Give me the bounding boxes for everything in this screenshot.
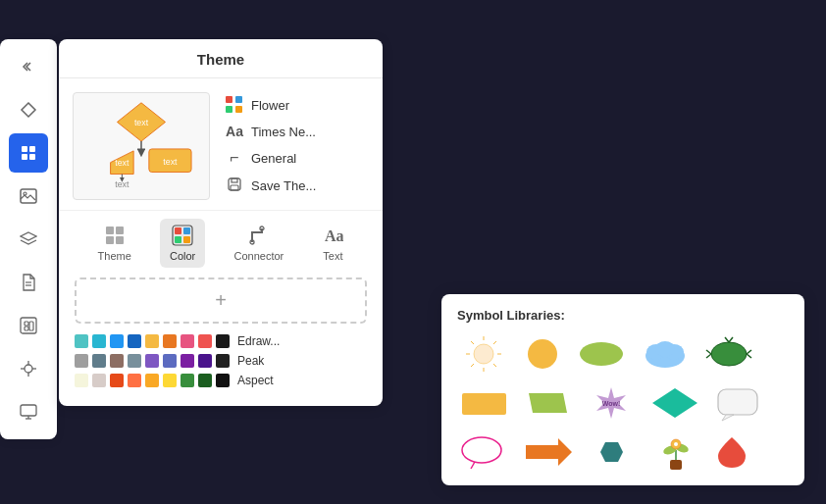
theme-options: Flower Aa Times Ne... ⌐ General [226,92,316,195]
svg-line-64 [725,337,729,342]
peak-swatch-4[interactable] [128,354,141,368]
toolbar-color-label: Color [170,250,195,262]
add-color-button[interactable]: + [75,277,367,324]
sidebar-file-btn[interactable] [9,263,48,302]
aspect-swatch-1[interactable] [75,374,88,387]
symbol-row-2: Wow! [457,383,789,423]
toolbar-connector[interactable]: Connector [224,219,293,268]
sidebar-layout-btn[interactable] [9,306,48,345]
sidebar-image-btn[interactable] [9,176,48,216]
toolbar-color[interactable]: Color [160,219,205,268]
arrow-orange-symbol[interactable] [521,432,575,472]
swatch-9[interactable] [216,334,230,348]
sidebar-monitor-btn[interactable] [9,392,48,431]
cloud-symbol[interactable] [639,334,693,374]
toolbar-connector-label: Connector [233,250,284,262]
peak-swatch-7[interactable] [181,354,194,368]
sidebar-layers-btn[interactable] [9,220,48,259]
peak-swatch-5[interactable] [145,354,159,368]
sidebar-grid-btn[interactable] [9,133,48,173]
svg-rect-32 [106,227,114,234]
speech-bubble-symbol[interactable] [712,383,766,423]
edraw-label: Edraw... [237,334,280,348]
sidebar-crosshair-btn[interactable] [9,349,48,388]
swatch-3[interactable] [110,334,124,348]
chevrons-left-icon [21,59,36,75]
svg-line-61 [706,354,711,358]
swatch-2[interactable] [92,334,106,348]
svg-rect-10 [25,327,28,330]
diagram-preview: text text text text [73,92,210,200]
ellipse-symbol[interactable] [575,334,629,374]
svg-line-74 [471,462,475,469]
organic-symbol[interactable] [702,334,756,374]
aspect-swatch-7[interactable] [181,374,194,387]
plant-symbol[interactable] [648,432,702,472]
aspect-swatch-2[interactable] [92,374,106,387]
parallelogram-symbol[interactable] [521,383,575,423]
sidebar-diamond-btn[interactable] [9,90,48,129]
sidebar-collapse-btn[interactable] [9,47,48,86]
aspect-swatch-3[interactable] [110,374,124,387]
aspect-swatch-5[interactable] [145,374,159,387]
add-button-row: + [59,272,383,331]
toolbar-theme-label: Theme [98,250,131,262]
aspect-swatch-6[interactable] [163,374,177,387]
swatch-5[interactable] [145,334,159,348]
circle-symbol[interactable] [521,334,565,374]
starburst-wow-symbol[interactable]: Wow! [585,383,639,423]
svg-line-49 [471,341,474,344]
peak-swatch-1[interactable] [75,354,88,368]
svg-marker-67 [529,393,567,413]
aspect-swatch-8[interactable] [198,374,212,387]
aspect-swatch-9[interactable] [216,374,230,387]
general-option[interactable]: ⌐ General [226,149,316,167]
text-toolbar-icon: Aa [322,225,343,246]
svg-rect-33 [116,227,124,234]
svg-marker-70 [652,388,697,418]
swatch-7[interactable] [181,334,194,348]
aspect-label: Aspect [237,374,274,387]
color-row-peak: Peak [59,351,383,371]
peak-swatch-3[interactable] [110,354,124,368]
pink-bubble-symbol[interactable] [457,432,511,472]
svg-rect-39 [175,236,181,243]
svg-rect-17 [21,405,36,416]
peak-swatch-9[interactable] [216,354,230,368]
flower-option[interactable]: Flower [226,96,316,114]
theme-preview-area: text text text text [59,78,383,210]
times-label: Times Ne... [251,125,316,139]
times-option[interactable]: Aa Times Ne... [226,124,316,139]
swatch-4[interactable] [128,334,141,348]
svg-text:text: text [115,158,129,168]
peak-swatch-6[interactable] [163,354,177,368]
peak-swatch-2[interactable] [92,354,106,368]
teardrop-symbol[interactable] [712,432,751,472]
save-theme-option[interactable]: Save The... [226,176,316,195]
svg-point-5 [24,192,26,195]
grid-icon [20,144,37,162]
rectangle-symbol[interactable] [457,383,511,423]
swatch-1[interactable] [75,334,88,348]
svg-line-50 [493,341,496,344]
toolbar-text[interactable]: Aa Text [312,219,353,268]
diamond-teal-symbol[interactable] [648,383,702,423]
peak-swatch-8[interactable] [198,354,212,368]
svg-rect-9 [25,322,28,326]
hexagon-symbol[interactable] [585,432,639,472]
svg-line-51 [471,364,474,367]
svg-point-59 [711,342,747,366]
symbol-panel: Symbol Libraries: [441,294,804,485]
svg-rect-0 [22,146,27,152]
swatch-8[interactable] [198,334,212,348]
swatch-6[interactable] [163,334,177,348]
aspect-swatch-4[interactable] [128,374,141,387]
svg-line-62 [747,350,751,354]
symbol-panel-title: Symbol Libraries: [457,308,789,323]
svg-rect-3 [29,154,35,160]
symbol-grid: Wow! [457,334,789,472]
color-toolbar-icon [172,225,193,246]
svg-rect-31 [231,185,238,190]
toolbar-theme[interactable]: Theme [88,219,141,268]
starburst-symbol[interactable] [457,334,511,374]
